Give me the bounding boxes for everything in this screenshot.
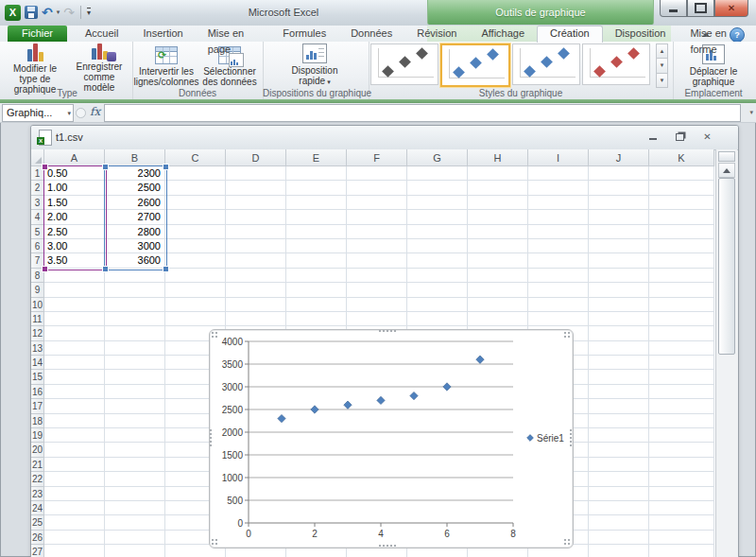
cell-A18[interactable]: [44, 414, 105, 428]
cell-B11[interactable]: [105, 312, 165, 326]
column-header-E[interactable]: E: [286, 149, 347, 166]
cell-F4[interactable]: [347, 210, 407, 224]
cell-A26[interactable]: [44, 531, 105, 545]
cell-B19[interactable]: [105, 428, 165, 443]
cell-B1[interactable]: 2300: [105, 166, 165, 181]
cell-K14[interactable]: [649, 356, 714, 370]
tab-fichier[interactable]: Fichier: [8, 26, 67, 42]
cell-J18[interactable]: [589, 414, 649, 428]
split-handle[interactable]: [718, 151, 735, 162]
cell-K3[interactable]: [649, 196, 714, 210]
cell-A13[interactable]: [44, 341, 105, 356]
row-header-17[interactable]: 17: [31, 399, 44, 413]
cell-B6[interactable]: 3000: [105, 239, 165, 253]
workbook-minimize-button[interactable]: [644, 131, 661, 143]
cell-A25[interactable]: [44, 515, 105, 530]
cell-J25[interactable]: [589, 515, 649, 530]
cell-J2[interactable]: [589, 181, 649, 195]
cell-C11[interactable]: [165, 312, 226, 326]
cell-J24[interactable]: [589, 501, 649, 515]
cell-K5[interactable]: [649, 225, 714, 239]
tab-mise-en-page[interactable]: Mise en page: [196, 26, 271, 42]
cell-J23[interactable]: [589, 487, 649, 501]
data-point[interactable]: [278, 414, 285, 422]
cell-H2[interactable]: [468, 181, 528, 195]
cell-B9[interactable]: [105, 283, 165, 297]
cell-K11[interactable]: [649, 312, 714, 326]
gallery-scroll-up-icon[interactable]: ▲: [656, 44, 668, 59]
cell-D11[interactable]: [226, 312, 286, 326]
cell-B7[interactable]: 3600: [105, 253, 165, 268]
cell-B14[interactable]: [105, 356, 165, 370]
column-header-F[interactable]: F: [347, 149, 407, 166]
tab-donnees[interactable]: Données: [338, 26, 404, 42]
cell-K4[interactable]: [649, 210, 714, 224]
cell-B22[interactable]: [105, 472, 165, 486]
chart-style-1[interactable]: [370, 44, 438, 85]
cell-K10[interactable]: [649, 298, 714, 312]
cell-E8[interactable]: [286, 269, 347, 283]
cell-A17[interactable]: [44, 399, 105, 413]
tab-revision[interactable]: Révision: [404, 26, 469, 42]
cell-A21[interactable]: [44, 458, 105, 472]
cell-K15[interactable]: [649, 370, 714, 384]
cell-I11[interactable]: [528, 312, 589, 326]
cell-K1[interactable]: [649, 166, 714, 181]
column-header-K[interactable]: K: [649, 149, 714, 166]
cell-J6[interactable]: [589, 239, 649, 253]
cell-G4[interactable]: [407, 210, 468, 224]
cell-K17[interactable]: [649, 399, 714, 413]
cell-B27[interactable]: [105, 545, 165, 557]
cell-J10[interactable]: [589, 298, 649, 312]
cell-F10[interactable]: [347, 298, 407, 312]
cell-K6[interactable]: [649, 239, 714, 253]
cell-G1[interactable]: [407, 166, 468, 181]
row-header-20[interactable]: 20: [31, 443, 44, 457]
tab-accueil[interactable]: Accueil: [73, 26, 130, 42]
cell-A11[interactable]: [44, 312, 105, 326]
cell-B8[interactable]: [105, 269, 165, 283]
cell-A15[interactable]: [44, 370, 105, 384]
row-header-5[interactable]: 5: [31, 225, 44, 239]
cell-C1[interactable]: [165, 166, 226, 181]
cell-H4[interactable]: [468, 210, 528, 224]
cell-A1[interactable]: 0.50: [44, 166, 105, 181]
customize-toolbar-icon[interactable]: ▾: [87, 8, 91, 17]
save-as-template-button[interactable]: Enregistrer comme modèle: [68, 44, 130, 87]
cell-G3[interactable]: [407, 196, 468, 210]
cell-A5[interactable]: 2.50: [44, 225, 105, 239]
cell-A3[interactable]: 1.50: [44, 196, 105, 210]
cell-K16[interactable]: [649, 385, 714, 399]
row-header-8[interactable]: 8: [31, 269, 44, 283]
cell-J4[interactable]: [589, 210, 649, 224]
cell-C2[interactable]: [165, 181, 226, 195]
cell-B16[interactable]: [105, 385, 165, 399]
cell-K7[interactable]: [649, 253, 714, 268]
workbook-restore-button[interactable]: [672, 131, 688, 143]
cell-J9[interactable]: [589, 283, 649, 297]
cell-J17[interactable]: [589, 399, 649, 413]
workbook-close-button[interactable]: ✕: [699, 131, 715, 143]
column-header-H[interactable]: H: [468, 149, 528, 166]
cell-D3[interactable]: [226, 196, 286, 210]
cell-C4[interactable]: [165, 210, 226, 224]
row-header-9[interactable]: 9: [31, 283, 44, 297]
row-header-23[interactable]: 23: [31, 487, 44, 501]
cell-A2[interactable]: 1.00: [44, 181, 105, 195]
cell-A9[interactable]: [44, 283, 105, 297]
gallery-scroll-down-icon[interactable]: ▼: [656, 58, 668, 73]
cell-C9[interactable]: [165, 283, 226, 297]
cell-B10[interactable]: [105, 298, 165, 312]
row-header-16[interactable]: 16: [31, 385, 44, 399]
cell-F3[interactable]: [347, 196, 407, 210]
cell-A24[interactable]: [44, 501, 105, 515]
cell-H8[interactable]: [468, 269, 528, 283]
excel-logo-icon[interactable]: X: [5, 5, 21, 21]
data-point[interactable]: [377, 396, 385, 404]
expand-formula-bar-icon[interactable]: ▾: [749, 109, 753, 116]
data-point[interactable]: [410, 392, 418, 399]
cell-K21[interactable]: [649, 458, 714, 472]
column-header-I[interactable]: I: [528, 149, 589, 166]
row-header-15[interactable]: 15: [31, 370, 44, 384]
row-header-26[interactable]: 26: [31, 531, 44, 545]
